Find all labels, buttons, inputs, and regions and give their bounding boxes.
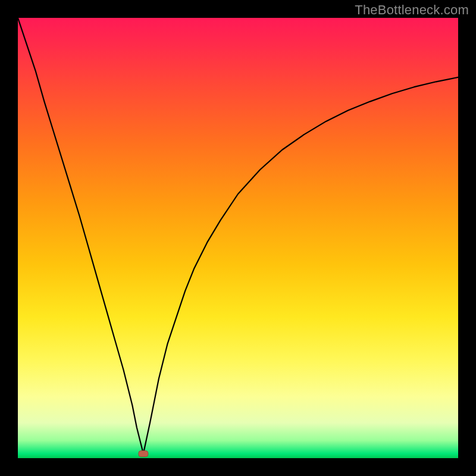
plot-area [18,18,458,458]
watermark-text: TheBottleneck.com [355,2,469,18]
minimum-marker [139,451,148,457]
chart-frame: TheBottleneck.com [0,0,476,476]
curve-layer [18,18,458,458]
curve-right-branch [143,77,458,454]
curve-left-branch [18,18,143,454]
